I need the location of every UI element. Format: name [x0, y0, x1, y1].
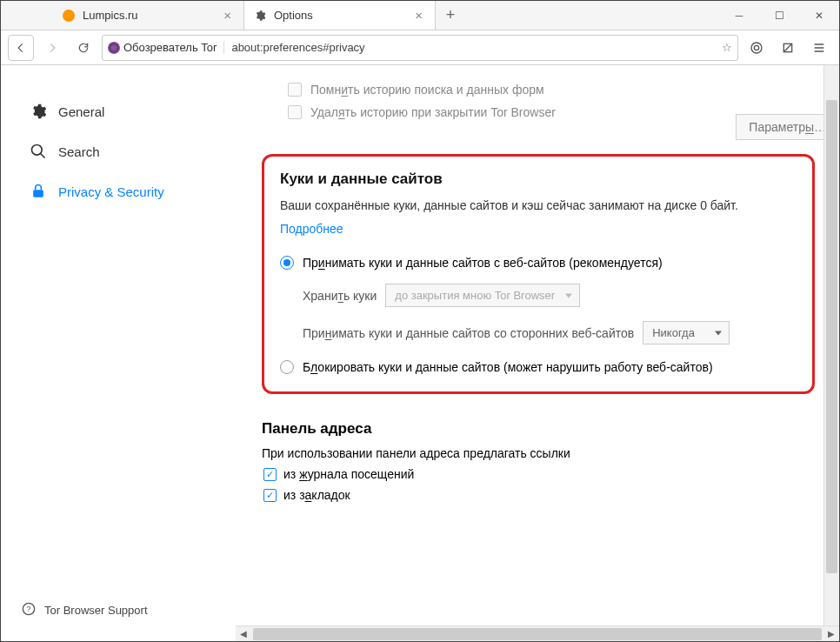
scrollbar-thumb[interactable]: [826, 100, 837, 573]
url-bar[interactable]: Обозреватель Tor about:preferences#priva…: [102, 35, 738, 61]
keep-label: Хранить куки: [303, 289, 377, 303]
site-identity[interactable]: Обозреватель Tor: [108, 41, 224, 54]
svg-point-4: [32, 145, 43, 156]
svg-rect-6: [33, 190, 43, 197]
section-desc: При использовании панели адреса предлага…: [262, 446, 815, 460]
lumpics-favicon: [62, 9, 76, 23]
svg-point-0: [751, 43, 762, 53]
navigation-bar: Обозреватель Tor about:preferences#priva…: [1, 30, 839, 65]
sidebar-item-general[interactable]: General: [22, 91, 236, 131]
identity-label: Обозреватель Tor: [123, 41, 217, 54]
window-controls: ─ ☐ ✕: [719, 1, 839, 30]
clear-on-close-row: Удалять историю при закрытии Tor Browser: [262, 105, 815, 119]
checkbox-label: Удалять историю при закрытии Tor Browser: [310, 105, 556, 119]
checkbox[interactable]: ✓: [263, 468, 277, 481]
section-title: Куки и данные сайтов: [280, 171, 797, 188]
menu-button[interactable]: [806, 35, 832, 61]
preferences-sidebar: General Search Privacy & Security: [1, 65, 236, 641]
preferences-content: General Search Privacy & Security ? Tor …: [1, 65, 839, 641]
horizontal-scrollbar[interactable]: ◀ ▶: [236, 625, 839, 641]
remember-history-row: Помнить историю поиска и данных форм: [262, 83, 815, 97]
addressbar-section: Панель адреса При использовании панели а…: [262, 420, 815, 502]
security-level-icon[interactable]: [743, 35, 770, 61]
bookmark-star-icon[interactable]: ☆: [722, 41, 732, 54]
section-title: Панель адреса: [262, 420, 815, 438]
lock-icon: [29, 182, 48, 201]
minimize-button[interactable]: ─: [719, 1, 759, 30]
accept-cookies-radio-row: Принимать куки и данные сайтов с веб-сай…: [280, 256, 797, 270]
svg-line-3: [783, 43, 791, 51]
new-tab-button[interactable]: +: [436, 1, 465, 30]
third-party-dropdown[interactable]: Никогда: [643, 321, 730, 344]
help-icon: ?: [22, 602, 36, 619]
checkbox[interactable]: [288, 83, 302, 97]
keep-cookies-row: Хранить куки до закрытия мною Tor Browse…: [280, 284, 797, 307]
support-link[interactable]: ? Tor Browser Support: [22, 602, 148, 619]
reload-button[interactable]: [70, 35, 97, 61]
svg-point-1: [754, 45, 758, 50]
section-desc: Ваши сохранённые куки, данные сайтов и к…: [280, 197, 797, 238]
cookies-section: Куки и данные сайтов Ваши сохранённые ку…: [262, 154, 815, 394]
scroll-left-icon[interactable]: ◀: [236, 626, 251, 642]
tab-strip: Lumpics.ru × Options × + ─ ☐ ✕: [1, 1, 839, 30]
checkbox[interactable]: [288, 105, 302, 119]
tab-lumpics[interactable]: Lumpics.ru ×: [53, 1, 244, 30]
keep-cookies-dropdown[interactable]: до закрытия мною Tor Browser: [385, 284, 580, 307]
tab-title: Options: [274, 9, 313, 22]
third-party-row: Принимать куки и данные сайтов со сторон…: [280, 321, 797, 344]
close-tab-icon[interactable]: ×: [411, 8, 426, 23]
sidebar-label: Privacy & Security: [58, 184, 164, 199]
gear-icon: [29, 102, 48, 121]
support-label: Tor Browser Support: [44, 604, 148, 617]
forward-button[interactable]: [39, 35, 65, 61]
maximize-button[interactable]: ☐: [759, 1, 799, 30]
checkbox[interactable]: ✓: [263, 489, 277, 502]
noscript-icon[interactable]: [775, 35, 801, 61]
vertical-scrollbar[interactable]: [823, 65, 839, 625]
preferences-main: Помнить историю поиска и данных форм Уда…: [236, 65, 839, 641]
sidebar-label: General: [58, 104, 104, 119]
third-party-label: Принимать куки и данные сайтов со сторон…: [303, 326, 634, 340]
radio-label: Принимать куки и данные сайтов с веб-сай…: [303, 256, 663, 270]
radio-label: Блокировать куки и данные сайтов (может …: [303, 360, 713, 374]
svg-line-5: [41, 154, 45, 158]
sidebar-item-privacy[interactable]: Privacy & Security: [22, 171, 236, 211]
scrollbar-thumb[interactable]: [253, 628, 822, 640]
sidebar-label: Search: [58, 144, 100, 159]
onion-icon: [108, 42, 120, 54]
radio-button[interactable]: [280, 256, 294, 270]
scroll-right-icon[interactable]: ▶: [823, 626, 839, 642]
learn-more-link[interactable]: Подробнее: [280, 220, 343, 238]
checkbox-label: из журнала посещений: [283, 467, 414, 481]
block-cookies-radio-row: Блокировать куки и данные сайтов (может …: [280, 360, 797, 374]
search-icon: [29, 142, 48, 161]
sidebar-item-search[interactable]: Search: [22, 131, 236, 171]
suggest-bookmarks-row: ✓ из закладок: [262, 488, 815, 502]
gear-icon: [253, 9, 267, 23]
suggest-history-row: ✓ из журнала посещений: [262, 467, 815, 481]
tab-options[interactable]: Options ×: [244, 1, 436, 30]
tab-title: Lumpics.ru: [83, 9, 138, 22]
svg-text:?: ?: [27, 605, 31, 613]
close-window-button[interactable]: ✕: [799, 1, 839, 30]
back-button[interactable]: [8, 35, 34, 61]
url-text: about:preferences#privacy: [231, 41, 722, 54]
radio-button[interactable]: [280, 360, 294, 374]
close-tab-icon[interactable]: ×: [220, 8, 235, 23]
checkbox-label: Помнить историю поиска и данных форм: [310, 83, 544, 97]
checkbox-label: из закладок: [283, 488, 350, 502]
